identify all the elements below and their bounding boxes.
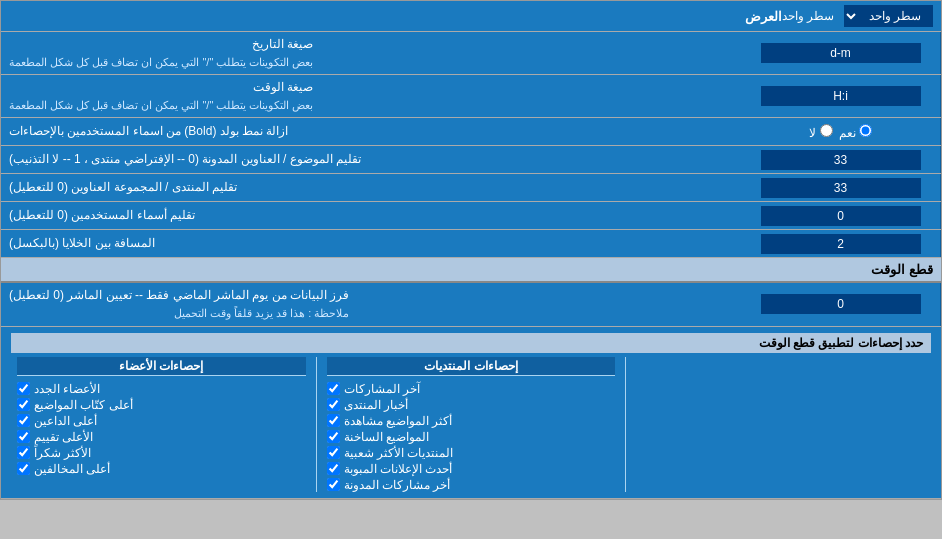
- realtime-days-row: فرز البيانات من يوم الماشر الماضي فقط --…: [1, 283, 941, 326]
- checkbox-most-viewed-input[interactable]: [327, 414, 340, 427]
- checkboxes-header: حدد إحصاءات لتطبيق قطع الوقت: [11, 333, 931, 353]
- col-divider-1: [625, 357, 626, 492]
- checkbox-hot-topics[interactable]: المواضيع الساخنة: [327, 430, 616, 444]
- forums-col-header: إحصاءات المنتديات: [327, 357, 616, 376]
- forum-headers-input-container: [741, 174, 941, 201]
- cell-spacing-input-container: [741, 230, 941, 257]
- cell-spacing-label: المسافة بين الخلايا (بالبكسل): [1, 230, 741, 257]
- checkbox-most-viewed[interactable]: أكثر المواضيع مشاهدة: [327, 414, 616, 428]
- radio-yes[interactable]: [859, 124, 872, 137]
- radio-no[interactable]: [820, 124, 833, 137]
- main-container: سطر واحدسطرينثلاثة أسطر سطر واحد العرض ص…: [0, 0, 942, 500]
- time-format-label: صيغة الوقت بعض التكوينات يتطلب "/" التي …: [1, 75, 741, 117]
- checkbox-new-members-input[interactable]: [17, 382, 30, 395]
- checkbox-forum-news[interactable]: أخبار المنتدى: [327, 398, 616, 412]
- time-format-input[interactable]: [761, 86, 921, 106]
- radio-group: نعم لا: [803, 122, 878, 142]
- remove-bold-label: ازالة نمط بولد (Bold) من اسماء المستخدمي…: [1, 118, 741, 145]
- checkbox-classifieds-input[interactable]: [327, 462, 340, 475]
- cell-spacing-input[interactable]: [761, 234, 921, 254]
- checkbox-last-posts[interactable]: آخر المشاركات: [327, 382, 616, 396]
- checkbox-top-rated[interactable]: الأعلى تقييم: [17, 430, 306, 444]
- checkbox-top-posters[interactable]: أعلى كتّاب المواضيع: [17, 398, 306, 412]
- checkboxes-col-members: إحصاءات الأعضاء الأعضاء الجدد أعلى كتّاب…: [11, 357, 312, 492]
- checkbox-top-posters-input[interactable]: [17, 398, 30, 411]
- forum-headers-input[interactable]: [761, 178, 921, 198]
- forum-headers-label: تقليم المنتدى / المجموعة العناوين (0 للت…: [1, 174, 741, 201]
- col-divider-2: [316, 357, 317, 492]
- top-row: سطر واحدسطرينثلاثة أسطر سطر واحد العرض: [1, 1, 941, 32]
- realtime-section-header: قطع الوقت: [1, 258, 941, 283]
- usernames-trim-row: تقليم أسماء المستخدمين (0 للتعطيل): [1, 202, 941, 230]
- checkbox-last-posts-input[interactable]: [327, 382, 340, 395]
- topic-headers-label: تقليم الموضوع / العناوين المدونة (0 -- ا…: [1, 146, 741, 173]
- realtime-days-input-container: [741, 283, 941, 325]
- date-format-label: صيغة التاريخ بعض التكوينات يتطلب "/" الت…: [1, 32, 741, 74]
- topic-headers-row: تقليم الموضوع / العناوين المدونة (0 -- ا…: [1, 146, 941, 174]
- members-col-header: إحصاءات الأعضاء: [17, 357, 306, 376]
- checkboxes-col-forums: إحصاءات المنتديات آخر المشاركات أخبار ال…: [321, 357, 622, 492]
- checkboxes-grid: إحصاءات المنتديات آخر المشاركات أخبار ال…: [11, 357, 931, 492]
- radio-no-label: لا: [809, 124, 832, 140]
- checkbox-forum-news-input[interactable]: [327, 398, 340, 411]
- display-label: سطر واحد: [782, 9, 834, 23]
- date-format-input-container: [741, 32, 941, 74]
- checkbox-top-rated-input[interactable]: [17, 430, 30, 443]
- realtime-days-label: فرز البيانات من يوم الماشر الماضي فقط --…: [1, 283, 741, 325]
- radio-yes-label: نعم: [839, 124, 872, 140]
- checkbox-classifieds[interactable]: أحدث الإعلانات المبوبة: [327, 462, 616, 476]
- checkboxes-section: حدد إحصاءات لتطبيق قطع الوقت إحصاءات الم…: [1, 327, 941, 499]
- time-format-row: صيغة الوقت بعض التكوينات يتطلب "/" التي …: [1, 75, 941, 118]
- checkbox-top-inviters-input[interactable]: [17, 414, 30, 427]
- checkbox-most-thanked[interactable]: الأكثر شكراً: [17, 446, 306, 460]
- time-format-input-container: [741, 75, 941, 117]
- forum-headers-row: تقليم المنتدى / المجموعة العناوين (0 للت…: [1, 174, 941, 202]
- checkbox-popular-forums[interactable]: المنتديات الأكثر شعبية: [327, 446, 616, 460]
- checkbox-top-inviters[interactable]: أعلى الداعين: [17, 414, 306, 428]
- remove-bold-row: نعم لا ازالة نمط بولد (Bold) من اسماء ال…: [1, 118, 941, 146]
- checkbox-top-violators-input[interactable]: [17, 462, 30, 475]
- remove-bold-radio-container: نعم لا: [741, 118, 941, 145]
- date-format-input[interactable]: [761, 43, 921, 63]
- checkbox-most-thanked-input[interactable]: [17, 446, 30, 459]
- realtime-days-input[interactable]: [761, 294, 921, 314]
- checkbox-blog-posts-input[interactable]: [327, 478, 340, 491]
- page-title: العرض: [9, 9, 782, 24]
- topic-headers-input-container: [741, 146, 941, 173]
- checkbox-new-members[interactable]: الأعضاء الجدد: [17, 382, 306, 396]
- usernames-trim-label: تقليم أسماء المستخدمين (0 للتعطيل): [1, 202, 741, 229]
- checkbox-hot-topics-input[interactable]: [327, 430, 340, 443]
- checkbox-top-violators[interactable]: أعلى المخالفين: [17, 462, 306, 476]
- cell-spacing-row: المسافة بين الخلايا (بالبكسل): [1, 230, 941, 258]
- usernames-trim-input[interactable]: [761, 206, 921, 226]
- usernames-trim-input-container: [741, 202, 941, 229]
- display-dropdown[interactable]: سطر واحدسطرينثلاثة أسطر: [844, 5, 933, 27]
- date-format-row: صيغة التاريخ بعض التكوينات يتطلب "/" الت…: [1, 32, 941, 75]
- checkbox-blog-posts[interactable]: أخر مشاركات المدونة: [327, 478, 616, 492]
- checkbox-popular-forums-input[interactable]: [327, 446, 340, 459]
- checkboxes-col-right: [630, 357, 931, 492]
- topic-headers-input[interactable]: [761, 150, 921, 170]
